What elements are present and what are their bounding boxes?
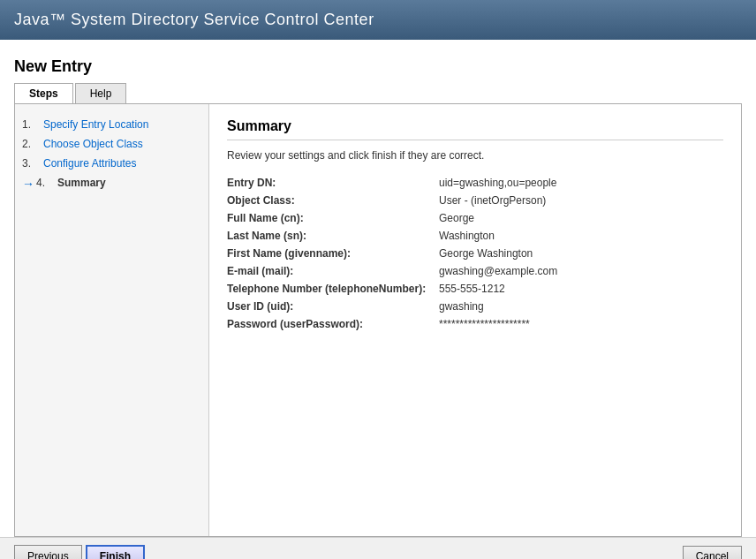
summary-field-label: Telephone Number (telephoneNumber): [227,280,439,298]
step-2-num: 2. [22,138,43,150]
summary-field-label: Full Name (cn): [227,209,439,227]
summary-field-label: First Name (givenname): [227,245,439,262]
step-4-num: 4. [36,177,57,189]
summary-field-value: gwashing [439,298,723,315]
summary-field-label: Entry DN: [227,174,439,192]
summary-title: Summary [227,118,723,140]
finish-button[interactable]: Finish [86,545,145,559]
summary-field-label: E-mail (mail): [227,262,439,280]
summary-row: Full Name (cn):George [227,209,723,227]
summary-row: E-mail (mail):gwashing@example.com [227,262,723,280]
summary-field-label: Last Name (sn): [227,227,439,245]
tabs: Steps Help [14,83,742,104]
intro-text: Review your settings and click finish if… [227,149,723,162]
footer-left: Previous Finish [14,545,145,559]
step-3-num: 3. [22,157,43,170]
right-panel: Summary Review your settings and click f… [209,104,741,536]
current-step-arrow: → [22,177,36,191]
summary-field-value: ********************** [439,315,723,333]
summary-row: Object Class:User - (inetOrgPerson) [227,192,723,209]
step-2: 2. Choose Object Class [22,134,201,154]
page-title: New Entry [14,49,742,83]
summary-field-value: User - (inetOrgPerson) [439,192,723,209]
step-2-link[interactable]: Choose Object Class [43,138,143,150]
summary-row: Entry DN:uid=gwashing,ou=people [227,174,723,192]
summary-field-label: User ID (uid): [227,298,439,315]
main-area: 1. Specify Entry Location 2. Choose Obje… [14,104,742,537]
footer: Previous Finish Cancel [0,537,756,559]
footer-right: Cancel [683,546,742,559]
summary-field-label: Object Class: [227,192,439,209]
summary-table: Entry DN:uid=gwashing,ou=peopleObject Cl… [227,174,723,333]
app-header: Java™ System Directory Service Control C… [0,0,756,40]
summary-field-value: gwashing@example.com [439,262,723,280]
summary-field-label: Password (userPassword): [227,315,439,333]
tab-help[interactable]: Help [75,83,127,103]
tab-steps[interactable]: Steps [14,83,73,103]
step-3-link[interactable]: Configure Attributes [43,157,136,170]
summary-row: First Name (givenname):George Washington [227,245,723,262]
step-1-num: 1. [22,118,43,131]
summary-row: User ID (uid):gwashing [227,298,723,315]
step-1: 1. Specify Entry Location [22,115,201,134]
summary-field-value: George Washington [439,245,723,262]
app-title: Java™ System Directory Service Control C… [14,11,374,28]
summary-row: Telephone Number (telephoneNumber):555-5… [227,280,723,298]
summary-field-value: 555-555-1212 [439,280,723,298]
summary-field-value: Washington [439,227,723,245]
summary-field-value: uid=gwashing,ou=people [439,174,723,192]
summary-field-value: George [439,209,723,227]
step-1-link[interactable]: Specify Entry Location [43,118,148,131]
cancel-button[interactable]: Cancel [683,546,742,559]
sidebar: 1. Specify Entry Location 2. Choose Obje… [15,104,209,536]
summary-row: Password (userPassword):****************… [227,315,723,333]
previous-button[interactable]: Previous [14,545,82,559]
step-3: 3. Configure Attributes [22,154,201,173]
summary-row: Last Name (sn):Washington [227,227,723,245]
step-4-label: Summary [57,177,106,189]
step-4: → 4. Summary [22,173,201,194]
